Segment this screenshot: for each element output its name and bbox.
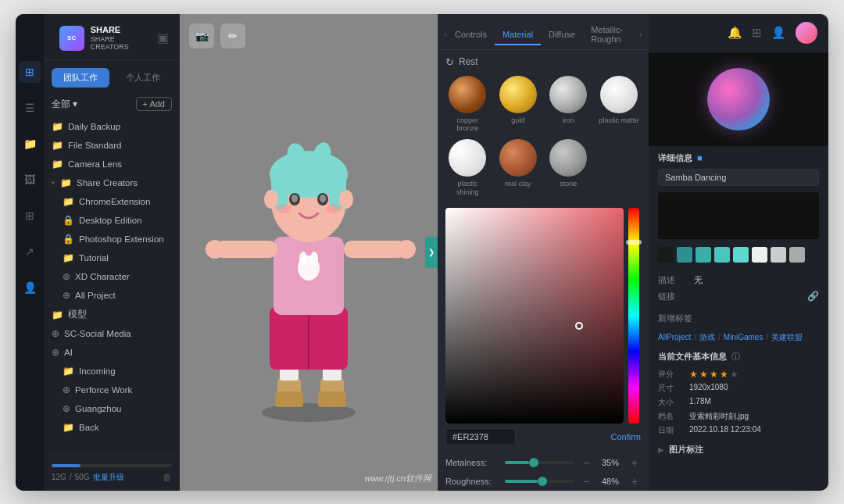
watermark: www.rjtj.cn软件网 <box>364 473 431 484</box>
icon-home[interactable]: ⊞ <box>19 61 41 83</box>
svg-point-12 <box>310 252 318 266</box>
mat-item-plastic-shining[interactable]: plastic shining <box>445 139 490 197</box>
folder-item[interactable]: 📁 Camera Lens <box>47 155 177 173</box>
tab-controls[interactable]: Controls <box>447 25 495 45</box>
swatch-4[interactable] <box>714 247 730 263</box>
bc-allproject[interactable]: AllProject <box>658 333 691 341</box>
tag-row: 新增标签 <box>649 309 828 329</box>
folder-item[interactable]: ⊕ All Project <box>47 286 177 305</box>
picker-dot[interactable] <box>575 322 583 330</box>
folder-item[interactable]: 📁 File Standard <box>47 136 177 155</box>
swatch-7[interactable] <box>771 247 786 263</box>
tab-team[interactable]: 团队工作 <box>52 68 109 88</box>
folder-item[interactable]: 📁 模型 <box>47 305 177 324</box>
folder-item[interactable]: 📁 Incoming <box>47 362 177 381</box>
icon-image[interactable]: 🖼 <box>19 169 41 191</box>
folder-item[interactable]: 📁 Daily Backup <box>47 117 177 136</box>
folder-icon: 📁 <box>52 121 63 132</box>
folder-item[interactable]: ⊕ Guangzhou <box>47 399 177 418</box>
filesize-value: 1.78M <box>689 397 711 408</box>
star-5: ★ <box>730 369 738 380</box>
folder-item[interactable]: 🔒 Desktop Edition <box>47 211 177 230</box>
bc-youxi[interactable]: 游戏 <box>699 332 715 343</box>
archive-row: 档名 亚索精彩时刻.jpg <box>658 409 819 424</box>
folder-name: Camera Lens <box>68 159 122 169</box>
edit-button[interactable]: ✏ <box>220 23 245 48</box>
user-icon[interactable]: 👤 <box>771 26 786 40</box>
file-info-icon: ⓘ <box>731 351 740 363</box>
swatch-1[interactable] <box>658 247 674 263</box>
roughness-thumb[interactable] <box>538 477 547 486</box>
mat-item-copper[interactable]: copper bronze <box>445 76 490 134</box>
trash-icon[interactable]: 🗑 <box>163 472 172 483</box>
mat-item-gold[interactable]: gold <box>496 76 541 134</box>
mat-item-iron[interactable]: iron <box>546 76 591 134</box>
folder-item-share-creators[interactable]: ▾ 📁 Share Creators <box>47 173 177 192</box>
confirm-button[interactable]: Confirm <box>610 432 641 441</box>
roughness-label: Roughness: <box>445 477 499 486</box>
folder-item[interactable]: 🔒 Photoshop Extension <box>47 230 177 248</box>
model-name-input[interactable] <box>658 169 819 186</box>
tab-metallic[interactable]: Metallic-Roughn <box>583 20 639 50</box>
icon-layers[interactable]: ☰ <box>19 97 41 119</box>
tab-personal[interactable]: 个人工作 <box>114 68 172 88</box>
tab-diffuse[interactable]: Diffuse <box>541 25 583 45</box>
folder-name: Incoming <box>79 366 116 376</box>
swatch-8[interactable] <box>789 247 805 263</box>
folder-item[interactable]: 📁 Tutorial <box>47 248 177 267</box>
description-row: 描述 无 <box>658 272 819 288</box>
folder-icon: 📁 <box>63 366 74 377</box>
swatch-5[interactable] <box>733 247 749 263</box>
metalness-slider-row: Metalness: − 35% + <box>438 453 649 472</box>
folder-item[interactable]: ⊕ Perforce Work <box>47 381 177 399</box>
gradient-picker[interactable] <box>445 208 624 424</box>
folder-item[interactable]: 📁 Back <box>47 418 177 437</box>
icon-share[interactable]: ↗ <box>19 241 41 263</box>
svg-point-31 <box>339 190 353 209</box>
bc-last[interactable]: 美建联盟 <box>771 332 803 343</box>
star-3: ★ <box>710 369 718 380</box>
folder-icon: 📁 <box>63 422 74 433</box>
folder-expand-icon: ⊕ <box>63 271 70 282</box>
folder-name: Guangzhou <box>75 404 121 413</box>
mat-item-clay[interactable]: real clay <box>496 139 541 197</box>
folder-item[interactable]: ⊕ SC-Social Media <box>47 324 177 343</box>
metalness-thumb[interactable] <box>529 458 538 467</box>
panel-toggle[interactable]: ❯ <box>425 237 438 268</box>
tab-arrow-right[interactable]: › <box>639 29 642 40</box>
storage-upgrade-btn[interactable]: 批量升级 <box>93 472 124 483</box>
main-content: 📷 ✏ <box>180 14 438 491</box>
swatch-3[interactable] <box>696 247 711 263</box>
info-panel: 🔔 ⊞ 👤 详细信息 ■ 描 <box>649 14 828 491</box>
metalness-plus[interactable]: + <box>628 456 641 469</box>
bc-minigames[interactable]: MiniGames <box>724 333 764 341</box>
svg-point-29 <box>326 204 342 213</box>
swatch-2[interactable] <box>677 247 692 263</box>
roughness-minus[interactable]: − <box>580 475 592 488</box>
camera-button[interactable]: 📷 <box>189 23 214 48</box>
icon-folder2[interactable]: 📁 <box>19 133 41 155</box>
folder-item[interactable]: 📁 ChromeExtension <box>47 192 177 211</box>
color-hex-input[interactable] <box>445 428 516 445</box>
svg-point-11 <box>299 252 307 266</box>
roughness-plus[interactable]: + <box>628 475 641 488</box>
swatch-6[interactable] <box>752 247 767 263</box>
mat-item-plastic-matte[interactable]: plastic matte <box>597 76 642 134</box>
storage-bar-fill <box>52 464 80 467</box>
folder-name: Daily Backup <box>68 122 120 131</box>
icon-people[interactable]: 👤 <box>19 277 41 298</box>
link-icon[interactable]: 🔗 <box>807 291 819 302</box>
folder-item[interactable]: ⊕ AI <box>47 343 177 362</box>
folder-item[interactable]: ⊕ XD Character <box>47 267 177 286</box>
mat-item-stone[interactable]: stone <box>546 139 591 197</box>
grid-icon[interactable]: ⊞ <box>752 26 762 40</box>
add-folder-button[interactable]: + Add <box>136 97 172 111</box>
tab-material[interactable]: Material <box>495 25 541 45</box>
avatar[interactable] <box>796 22 817 44</box>
icon-grid[interactable]: ⊞ <box>19 205 41 227</box>
folder-all[interactable]: 全部 ▾ <box>52 98 77 111</box>
metalness-minus[interactable]: − <box>580 456 592 469</box>
sidebar-toggle[interactable]: ▣ <box>157 30 169 45</box>
folder-icon: 📁 <box>60 177 72 188</box>
bell-icon[interactable]: 🔔 <box>728 26 742 40</box>
